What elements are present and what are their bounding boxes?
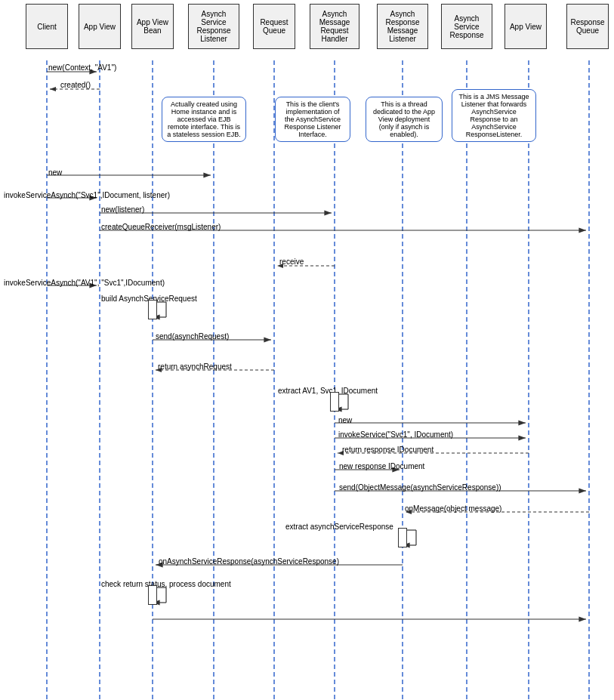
lifeline-asynchserviceresponse-label: Asynch Service Response [444, 14, 489, 39]
msg-created: created() [60, 81, 91, 89]
msg-onasynchserviceresponse: onAsynchServiceResponse(asynchServiceRes… [159, 557, 339, 566]
activation-amrequesthandler-1 [330, 392, 339, 412]
lifeline-asynchresponsemessagelistener: Asynch Response Message Listener [377, 4, 428, 49]
msg-invokeserviceasynch2: invokeServiceAsynch("AV1", "Svc1",IDocum… [4, 279, 165, 287]
msg-new-response: new response IDocument [339, 462, 424, 470]
lifeline-asynchserviceresponse: Asynch Service Response [441, 4, 492, 49]
lifeline-asynchmessagerequesthandler-label: Asynch Message Request Handler [313, 10, 356, 43]
msg-check-return-status: check return status, process document [101, 580, 231, 588]
lifeline-responsequeue: Response Queue [566, 4, 609, 49]
msg-createqueuereceiver: createQueueReceiver(msgListener) [101, 223, 221, 231]
msg-receive: receive [279, 257, 304, 266]
lifeline-appviewbean: App View Bean [131, 4, 174, 49]
msg-invokeservice: invokeService("Svc1", IDocument) [338, 430, 453, 439]
lifeline-appview-label: App View [84, 23, 116, 31]
msg-new-context: new(Context, "AV1") [48, 63, 116, 72]
lifeline-asynchserviceresponselistener-label: Asynch Service Response Listener [191, 10, 236, 43]
lifeline-appview2: App View [504, 4, 547, 49]
activation-appviewbean-2 [148, 585, 157, 605]
msg-return-asynchrequest: return asynchRequest [158, 362, 232, 371]
activation-asynchresponsemessagelistener-1 [398, 528, 407, 547]
msg-extract-av1: extract AV1, Svc1, IDocument [278, 387, 378, 395]
msg-send-objectmessage: send(ObjectMessage(asynchServiceResponse… [339, 483, 501, 492]
note-asynchrml-text: This is a thread dedicated to the App Vi… [373, 100, 435, 138]
note-asynchresponsemessagelistener: This is a thread dedicated to the App Vi… [366, 97, 443, 142]
lifeline-client-label: Client [37, 23, 57, 31]
note-appviewbean-text: Actually created using Home instance and… [167, 100, 241, 138]
note-asynchsr-text: This is a JMS Message Listener that forw… [458, 93, 529, 138]
lifeline-appview: App View [79, 4, 121, 49]
lifeline-requestqueue-label: Request Queue [256, 18, 292, 35]
msg-extract-asynchserviceresponse: extract asynchServiceResponse [285, 523, 393, 531]
msg-new: new [48, 168, 62, 177]
msg-new-listener: new(listener) [101, 205, 144, 214]
note-asynchserviceresponse2: This is a JMS Message Listener that forw… [452, 89, 536, 142]
msg-return-response: return response IDocument [342, 446, 434, 454]
lifeline-client: Client [26, 4, 68, 49]
note-appviewbean: Actually created using Home instance and… [162, 97, 246, 142]
sequence-diagram: Client App View App View Bean Asynch Ser… [0, 0, 614, 700]
lifeline-responsequeue-label: Response Queue [569, 18, 606, 35]
msg-send-asynchrequest: send(asynchRequest) [156, 332, 229, 341]
lifeline-asynchresponsemessagelistener-label: Asynch Response Message Listener [380, 10, 425, 43]
lifeline-asynchserviceresponselistener: Asynch Service Response Listener [188, 4, 239, 49]
msg-invokeserviceasynch1: invokeServiceAsynch("Svc1",IDocument, li… [4, 191, 170, 199]
lifeline-appview2-label: App View [510, 23, 541, 31]
note-asynchserviceresponselistener: This is the client's implementation of t… [275, 97, 350, 142]
lifeline-asynchmessagerequesthandler: Asynch Message Request Handler [310, 4, 359, 49]
msg-new2: new [338, 416, 352, 424]
lifeline-appviewbean-label: App View Bean [134, 18, 171, 35]
note-asynchsrl-text: This is the client's implementation of t… [284, 100, 341, 138]
lifeline-requestqueue: Request Queue [253, 4, 295, 49]
activation-appviewbean-1 [148, 300, 157, 319]
msg-onmessage: onMessage(object message) [405, 504, 501, 513]
